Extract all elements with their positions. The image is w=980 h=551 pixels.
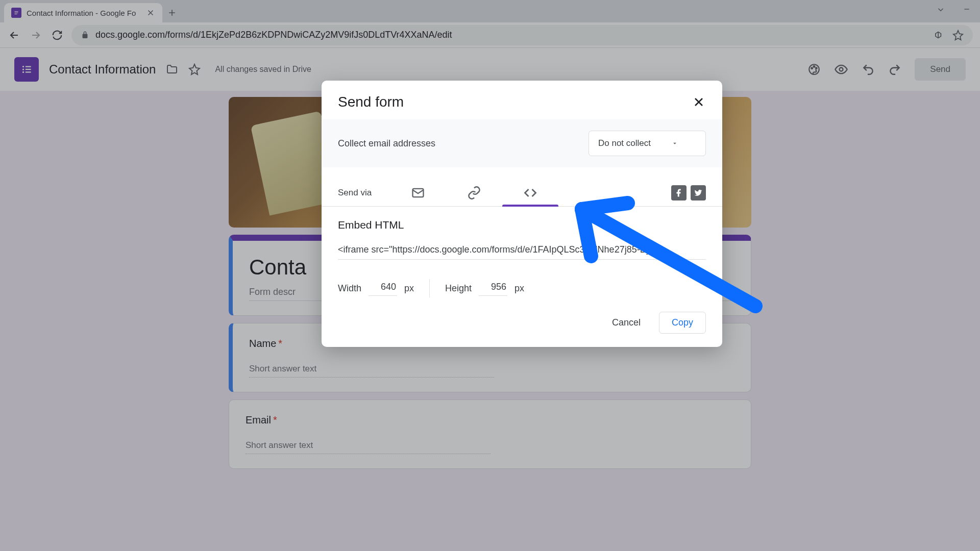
send-via-label: Send via — [338, 188, 372, 198]
width-label: Width — [338, 283, 361, 294]
cancel-button[interactable]: Cancel — [605, 312, 648, 334]
height-label: Height — [445, 283, 472, 294]
dropdown-value: Do not collect — [598, 138, 651, 148]
tab-link[interactable] — [446, 180, 502, 206]
dialog-title: Send form — [338, 94, 404, 110]
px-unit: px — [514, 283, 524, 294]
caret-down-icon — [671, 140, 678, 147]
twitter-icon[interactable] — [691, 185, 706, 201]
tab-embed[interactable] — [502, 180, 558, 206]
tab-email[interactable] — [390, 180, 446, 206]
embed-html-input[interactable] — [338, 242, 706, 260]
facebook-icon[interactable] — [671, 185, 687, 201]
copy-button[interactable]: Copy — [659, 312, 706, 334]
width-input[interactable] — [369, 281, 397, 296]
embed-heading: Embed HTML — [338, 219, 706, 231]
collect-emails-row: Collect email addresses Do not collect — [322, 119, 722, 167]
collect-label: Collect email addresses — [338, 138, 435, 149]
send-form-dialog: Send form Collect email addresses Do not… — [322, 81, 722, 347]
collect-dropdown[interactable]: Do not collect — [589, 131, 706, 156]
px-unit: px — [404, 283, 414, 294]
divider — [429, 279, 430, 297]
height-input[interactable] — [479, 281, 507, 296]
close-icon[interactable] — [692, 95, 706, 109]
send-via-tabs: Send via — [322, 167, 722, 206]
dimensions-row: Width px Height px — [322, 266, 722, 303]
